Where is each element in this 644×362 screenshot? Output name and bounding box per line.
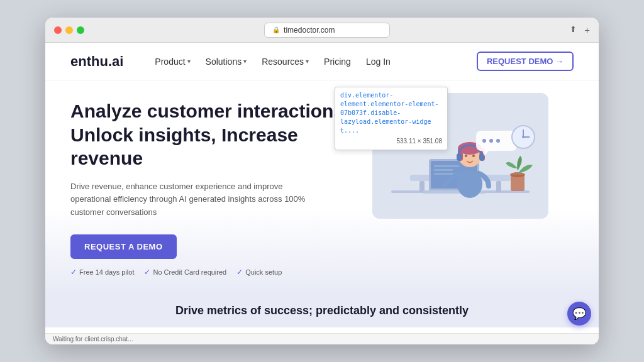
status-bar: Waiting for client.crisp.chat... <box>45 333 599 344</box>
traffic-lights <box>54 26 84 34</box>
navbar: enthu.ai Product ▾ Solutions ▾ Resources… <box>45 43 599 80</box>
bottom-section: Drive metrics of success; predictably an… <box>45 294 599 327</box>
trust-badges: ✓ Free 14 days pilot ✓ No Credit Card re… <box>70 268 360 277</box>
hero-illustration-container: div.elementor-element.elementor-element-… <box>372 93 548 231</box>
browser-actions: ⬆ + <box>570 25 590 35</box>
website-content: enthu.ai Product ▾ Solutions ▾ Resources… <box>45 43 599 333</box>
bottom-title: Drive metrics of success; predictably an… <box>70 304 574 317</box>
chevron-down-icon: ▾ <box>187 58 191 65</box>
browser-window: 🔒 timedoctor.com ⬆ + enthu.ai Product ▾ … <box>45 18 599 344</box>
check-icon: ✓ <box>144 268 150 277</box>
svg-point-22 <box>482 139 486 143</box>
inspector-size: 533.11 × 351.08 <box>340 137 442 146</box>
nav-resources-label: Resources <box>262 57 304 67</box>
svg-rect-17 <box>479 153 484 161</box>
nav-pricing[interactable]: Pricing <box>324 57 351 67</box>
chevron-down-icon: ▾ <box>243 58 247 65</box>
url-bar[interactable]: 🔒 timedoctor.com <box>264 23 390 38</box>
hero-section: Analyze customer interactions, Unlock in… <box>45 80 599 294</box>
hero-description: Drive revenue, enhance customer experien… <box>70 180 316 219</box>
lock-icon: 🔒 <box>272 26 280 33</box>
address-bar: 🔒 timedoctor.com <box>91 23 564 38</box>
hero-title: Analyze customer interactions, Unlock in… <box>70 99 360 170</box>
request-demo-button[interactable]: REQUEST DEMO → <box>477 52 574 71</box>
minimize-button[interactable] <box>65 26 73 34</box>
browser-chrome: 🔒 timedoctor.com ⬆ + <box>45 18 599 43</box>
maximize-button[interactable] <box>77 26 84 34</box>
svg-point-26 <box>510 172 525 177</box>
chat-icon: 💬 <box>572 307 586 321</box>
check-icon: ✓ <box>236 268 243 277</box>
nav-cta: REQUEST DEMO → <box>477 52 574 71</box>
chat-bubble-button[interactable]: 💬 <box>567 302 591 326</box>
trust-badge-card-text: No Credit Card required <box>153 268 226 276</box>
trust-badge-trial: ✓ Free 14 days pilot <box>70 268 134 277</box>
nav-product[interactable]: Product ▾ <box>155 57 190 67</box>
hero-cta-button[interactable]: REQUEST A DEMO <box>70 234 177 259</box>
trust-badge-setup-text: Quick setup <box>245 268 282 276</box>
nav-login[interactable]: Log In <box>366 57 391 67</box>
nav-resources[interactable]: Resources ▾ <box>262 57 309 67</box>
svg-point-19 <box>472 155 475 157</box>
inspector-code: div.elementor-element.elementor-element-… <box>340 91 442 135</box>
logo[interactable]: enthu.ai <box>70 53 123 70</box>
svg-rect-8 <box>434 165 459 167</box>
nav-pricing-label: Pricing <box>324 57 351 67</box>
trust-badge-card: ✓ No Credit Card required <box>144 268 226 277</box>
hero-left: Analyze customer interactions, Unlock in… <box>70 99 360 277</box>
trust-badge-setup: ✓ Quick setup <box>236 268 282 277</box>
check-icon: ✓ <box>70 268 77 277</box>
nav-solutions-label: Solutions <box>206 57 242 67</box>
svg-point-18 <box>465 155 467 157</box>
nav-solutions[interactable]: Solutions ▾ <box>206 57 247 67</box>
new-tab-icon[interactable]: + <box>584 25 590 35</box>
nav-links: Product ▾ Solutions ▾ Resources ▾ Pricin… <box>155 57 464 67</box>
svg-rect-9 <box>434 169 453 171</box>
svg-rect-4 <box>496 181 501 192</box>
trust-badge-trial-text: Free 14 days pilot <box>79 268 134 276</box>
svg-point-24 <box>496 139 500 143</box>
share-icon[interactable]: ⬆ <box>570 25 577 35</box>
inspector-popup: div.elementor-element.elementor-element-… <box>335 87 448 150</box>
nav-product-label: Product <box>155 57 185 67</box>
nav-login-label: Log In <box>366 57 391 67</box>
close-button[interactable] <box>54 26 62 34</box>
svg-point-23 <box>489 139 493 143</box>
svg-rect-16 <box>457 153 462 161</box>
status-text: Waiting for client.crisp.chat... <box>53 336 133 343</box>
url-text: timedoctor.com <box>284 26 335 35</box>
chevron-down-icon: ▾ <box>306 58 309 65</box>
